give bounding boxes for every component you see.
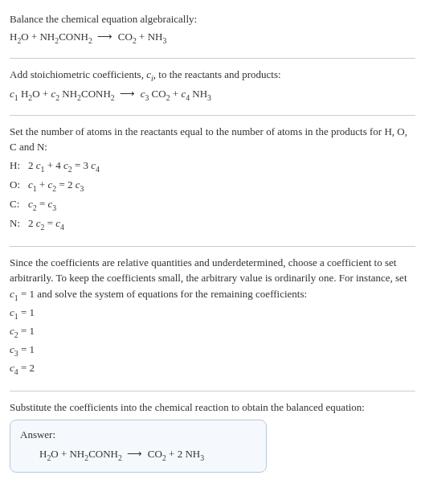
atom-equation: c2 = c3 xyxy=(28,195,104,215)
coef-line: c2 = 1 xyxy=(10,323,415,341)
choose-intro: Since the coefficients are relative quan… xyxy=(10,255,415,304)
title-equation: H2O + NH2CONH2 ⟶ CO2 + NH3 xyxy=(10,29,415,47)
divider xyxy=(10,391,415,391)
answer-box: Answer: H2O + NH2CONH2 ⟶ CO2 + 2 NH3 xyxy=(10,420,267,473)
atom-label: O: xyxy=(10,176,28,195)
title-section: Balance the chemical equation algebraica… xyxy=(10,6,415,55)
atoms-section: Set the number of atoms in the reactants… xyxy=(10,119,415,243)
atom-equation: 2 c2 = c4 xyxy=(28,215,104,234)
atom-equations-table: H: 2 c1 + 4 c2 = 3 c4 O: c1 + c2 = 2 c3 … xyxy=(10,157,104,235)
divider xyxy=(10,246,415,247)
substitute-intro: Substitute the coefficients into the che… xyxy=(10,400,415,416)
stoich-intro: Add stoichiometric coefficients, ci, to … xyxy=(10,67,415,84)
atom-equation: 2 c1 + 4 c2 = 3 c4 xyxy=(28,157,104,176)
coef-line: c4 = 2 xyxy=(10,360,415,378)
table-row: O: c1 + c2 = 2 c3 xyxy=(10,176,104,195)
stoich-equation: c1 H2O + c2 NH2CONH2 ⟶ c3 CO2 + c4 NH3 xyxy=(10,86,415,104)
atom-label: H: xyxy=(10,157,28,176)
atom-label: C: xyxy=(10,195,28,215)
table-row: C: c2 = c3 xyxy=(10,195,104,215)
title-text: Balance the chemical equation algebraica… xyxy=(10,11,415,27)
substitute-section: Substitute the coefficients into the che… xyxy=(10,395,415,481)
atom-label: N: xyxy=(10,215,28,234)
coef-line: c3 = 1 xyxy=(10,342,415,359)
answer-label: Answer: xyxy=(20,427,256,443)
atoms-intro: Set the number of atoms in the reactants… xyxy=(10,124,415,155)
answer-equation: H2O + NH2CONH2 ⟶ CO2 + 2 NH3 xyxy=(20,446,256,464)
table-row: H: 2 c1 + 4 c2 = 3 c4 xyxy=(10,157,104,176)
atom-equation: c1 + c2 = 2 c3 xyxy=(28,176,104,195)
divider xyxy=(10,58,415,59)
coef-line: c1 = 1 xyxy=(10,305,415,322)
choose-section: Since the coefficients are relative quan… xyxy=(10,250,415,387)
divider xyxy=(10,115,415,116)
stoich-section: Add stoichiometric coefficients, ci, to … xyxy=(10,62,415,112)
table-row: N: 2 c2 = c4 xyxy=(10,215,104,234)
